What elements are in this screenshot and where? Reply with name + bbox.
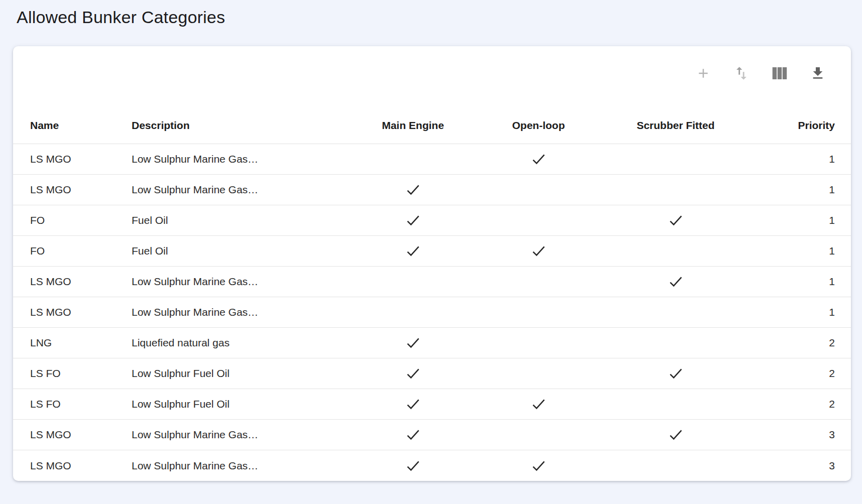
check-icon: [405, 365, 421, 382]
table-header-row: Name Description Main Engine Open-loop S…: [13, 100, 851, 144]
cell-description: Low Sulphur Marine Gas…: [131, 306, 350, 318]
check-icon: [405, 396, 421, 412]
cell-name: LS MGO: [13, 276, 131, 288]
add-button[interactable]: [693, 63, 713, 83]
cell-open-loop: [476, 396, 601, 412]
check-icon: [530, 243, 547, 259]
check-icon: [405, 182, 421, 198]
plus-icon: [696, 66, 711, 81]
cell-priority: 2: [750, 398, 851, 410]
table-row[interactable]: LS MGO Low Sulphur Marine Gas… 1: [13, 175, 851, 205]
check-icon: [405, 458, 421, 474]
cell-name: LS MGO: [13, 429, 131, 441]
cell-main-engine: [350, 335, 476, 351]
table-body: LS MGO Low Sulphur Marine Gas… 1 LS MGO …: [13, 144, 851, 481]
cell-priority: 1: [750, 153, 851, 165]
cell-priority: 3: [750, 460, 851, 472]
column-header-scrubber-fitted[interactable]: Scrubber Fitted: [601, 119, 750, 132]
columns-button[interactable]: [770, 63, 790, 83]
column-header-main-engine[interactable]: Main Engine: [350, 119, 476, 132]
table-toolbar: [13, 46, 851, 100]
table-row[interactable]: LS MGO Low Sulphur Marine Gas… 3: [13, 420, 851, 450]
cell-main-engine: [350, 458, 476, 474]
cell-main-engine: [350, 427, 476, 443]
check-icon: [405, 212, 421, 228]
cell-name: LNG: [13, 337, 131, 349]
cell-description: Fuel Oil: [131, 214, 350, 226]
cell-main-engine: [350, 212, 476, 228]
check-icon: [530, 151, 547, 167]
cell-name: LS MGO: [13, 153, 131, 165]
column-header-description[interactable]: Description: [131, 119, 350, 132]
cell-priority: 1: [750, 184, 851, 196]
download-icon: [810, 65, 826, 81]
cell-priority: 1: [750, 214, 851, 226]
table-row[interactable]: LS FO Low Sulphur Fuel Oil 2: [13, 389, 851, 420]
cell-scrubber-fitted: [601, 365, 750, 382]
column-header-priority[interactable]: Priority: [750, 119, 851, 132]
table-row[interactable]: LS MGO Low Sulphur Marine Gas… 3: [13, 450, 851, 481]
cell-open-loop: [476, 243, 601, 259]
table-row[interactable]: LNG Liquefied natural gas 2: [13, 328, 851, 358]
cell-description: Low Sulphur Marine Gas…: [131, 460, 350, 472]
cell-name: LS MGO: [13, 184, 131, 196]
check-icon: [405, 335, 421, 351]
cell-open-loop: [476, 151, 601, 167]
cell-description: Low Sulphur Marine Gas…: [131, 276, 350, 288]
cell-main-engine: [350, 365, 476, 382]
table-row[interactable]: FO Fuel Oil 1: [13, 205, 851, 236]
cell-description: Low Sulphur Marine Gas…: [131, 429, 350, 441]
cell-description: Low Sulphur Fuel Oil: [131, 367, 350, 380]
cell-name: LS FO: [13, 398, 131, 410]
view-columns-icon: [771, 64, 789, 82]
bunker-categories-card: Name Description Main Engine Open-loop S…: [13, 46, 851, 481]
column-header-name[interactable]: Name: [13, 119, 131, 132]
cell-name: LS MGO: [13, 460, 131, 472]
cell-description: Low Sulphur Marine Gas…: [131, 184, 350, 196]
check-icon: [530, 396, 547, 412]
check-icon: [405, 427, 421, 443]
cell-priority: 1: [750, 276, 851, 288]
table-row[interactable]: LS MGO Low Sulphur Marine Gas… 1: [13, 267, 851, 297]
check-icon: [668, 274, 684, 290]
cell-description: Fuel Oil: [131, 245, 350, 257]
cell-name: LS FO: [13, 367, 131, 380]
check-icon: [668, 212, 684, 228]
table-row[interactable]: LS FO Low Sulphur Fuel Oil 2: [13, 358, 851, 389]
cell-priority: 3: [750, 429, 851, 441]
cell-main-engine: [350, 243, 476, 259]
cell-description: Low Sulphur Marine Gas…: [131, 153, 350, 165]
check-icon: [530, 458, 547, 474]
cell-name: FO: [13, 245, 131, 257]
cell-description: Low Sulphur Fuel Oil: [131, 398, 350, 410]
cell-name: FO: [13, 214, 131, 226]
import-export-icon: [733, 65, 750, 82]
cell-scrubber-fitted: [601, 212, 750, 228]
check-icon: [405, 243, 421, 259]
cell-main-engine: [350, 396, 476, 412]
cell-priority: 2: [750, 337, 851, 349]
table-row[interactable]: LS MGO Low Sulphur Marine Gas… 1: [13, 297, 851, 328]
page-title: Allowed Bunker Categories: [17, 7, 862, 28]
cell-priority: 2: [750, 367, 851, 380]
cell-main-engine: [350, 182, 476, 198]
check-icon: [668, 427, 684, 443]
sort-button[interactable]: [731, 63, 751, 83]
cell-open-loop: [476, 458, 601, 474]
table-row[interactable]: FO Fuel Oil 1: [13, 236, 851, 267]
download-button[interactable]: [808, 63, 828, 83]
cell-description: Liquefied natural gas: [131, 337, 350, 349]
cell-name: LS MGO: [13, 306, 131, 318]
table-row[interactable]: LS MGO Low Sulphur Marine Gas… 1: [13, 144, 851, 175]
column-header-open-loop[interactable]: Open-loop: [476, 119, 601, 132]
cell-scrubber-fitted: [601, 427, 750, 443]
check-icon: [668, 365, 684, 382]
cell-priority: 1: [750, 245, 851, 257]
cell-scrubber-fitted: [601, 274, 750, 290]
cell-priority: 1: [750, 306, 851, 318]
